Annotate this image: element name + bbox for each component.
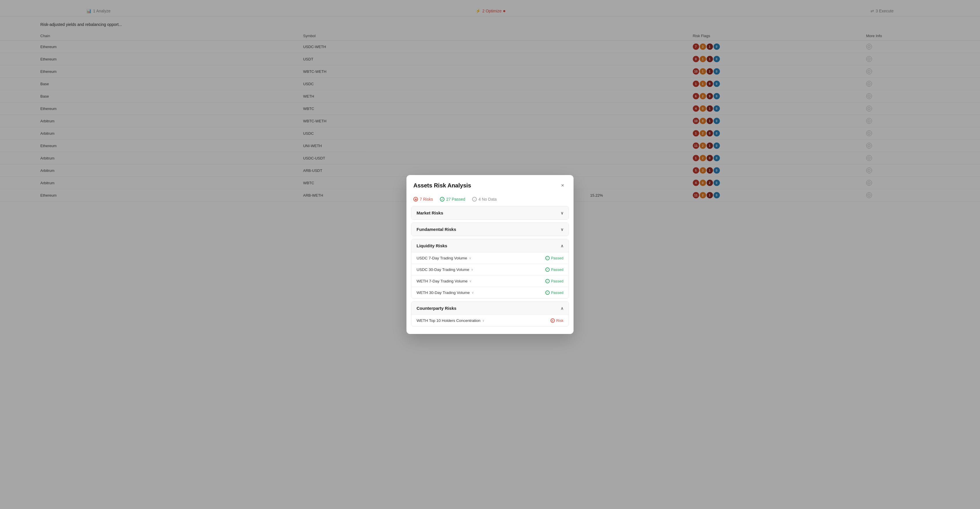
risks-summary: ⊗ 7 Risks xyxy=(414,197,433,201)
modal-close-button[interactable]: × xyxy=(558,181,566,189)
item-text: WETH Top 10 Holders Concentration xyxy=(417,319,480,323)
item-text: WETH 30-Day Trading Volume xyxy=(417,290,470,295)
item-status: ✓ Passed xyxy=(545,256,563,260)
modal-overlay: Assets Risk Analysis × ⊗ 7 Risks ✓ 27 Pa… xyxy=(0,0,980,509)
item-expand-icon[interactable]: ∨ xyxy=(471,268,473,271)
nodata-summary: ○ 4 No Data xyxy=(472,197,496,201)
section-label: Liquidity Risks xyxy=(417,243,447,248)
section-header-market[interactable]: Market Risks ∨ xyxy=(411,206,569,219)
status-label: Passed xyxy=(551,268,563,272)
status-label: Risk xyxy=(556,319,563,323)
nodata-icon: ○ xyxy=(472,197,477,201)
item-expand-icon[interactable]: ∨ xyxy=(469,279,472,283)
section-market: Market Risks ∨ xyxy=(411,206,569,220)
status-icon: ⊗ xyxy=(550,319,555,323)
chevron-icon: ∨ xyxy=(561,227,563,232)
item-label: USDC 7-Day Trading Volume ∨ xyxy=(417,256,471,260)
nodata-label: 4 No Data xyxy=(479,197,496,201)
chevron-icon: ∧ xyxy=(561,306,563,311)
modal-summary: ⊗ 7 Risks ✓ 27 Passed ○ 4 No Data xyxy=(406,194,574,206)
risks-label: 7 Risks xyxy=(420,197,433,201)
status-icon: ✓ xyxy=(545,268,550,272)
section-items: USDC 7-Day Trading Volume ∨ ✓ Passed USD… xyxy=(411,252,569,298)
section-header-fundamental[interactable]: Fundamental Risks ∨ xyxy=(411,223,569,236)
item-text: USDC 30-Day Trading Volume xyxy=(417,268,469,272)
section-label: Fundamental Risks xyxy=(417,227,456,232)
item-text: USDC 7-Day Trading Volume xyxy=(417,256,467,260)
item-label: WETH Top 10 Holders Concentration ∨ xyxy=(417,319,485,323)
status-label: Passed xyxy=(551,279,563,283)
section-fundamental: Fundamental Risks ∨ xyxy=(411,222,569,236)
passed-summary: ✓ 27 Passed xyxy=(440,197,465,201)
risk-analysis-modal: Assets Risk Analysis × ⊗ 7 Risks ✓ 27 Pa… xyxy=(406,175,574,334)
section-item: USDC 30-Day Trading Volume ∨ ✓ Passed xyxy=(411,264,569,275)
section-liquidity: Liquidity Risks ∧ USDC 7-Day Trading Vol… xyxy=(411,239,569,298)
section-item: WETH Top 10 Holders Concentration ∨ ⊗ Ri… xyxy=(411,315,569,326)
item-status: ✓ Passed xyxy=(545,279,563,283)
item-expand-icon[interactable]: ∨ xyxy=(472,291,474,295)
section-counterparty: Counterparty Risks ∧ WETH Top 10 Holders… xyxy=(411,301,569,327)
item-label: USDC 30-Day Trading Volume ∨ xyxy=(417,268,473,272)
item-status: ✓ Passed xyxy=(545,290,563,295)
section-items: WETH Top 10 Holders Concentration ∨ ⊗ Ri… xyxy=(411,315,569,326)
passed-label: 27 Passed xyxy=(446,197,465,201)
modal-title: Assets Risk Analysis xyxy=(414,182,471,189)
section-header-counterparty[interactable]: Counterparty Risks ∧ xyxy=(411,302,569,315)
section-label: Counterparty Risks xyxy=(417,306,456,311)
status-icon: ✓ xyxy=(545,256,550,260)
item-status: ⊗ Risk xyxy=(550,319,563,323)
chevron-icon: ∨ xyxy=(561,211,563,215)
section-header-liquidity[interactable]: Liquidity Risks ∧ xyxy=(411,239,569,252)
section-item: USDC 7-Day Trading Volume ∨ ✓ Passed xyxy=(411,252,569,264)
item-text: WETH 7-Day Trading Volume xyxy=(417,279,468,283)
chevron-icon: ∧ xyxy=(561,244,563,248)
pass-icon: ✓ xyxy=(440,197,444,201)
item-label: WETH 30-Day Trading Volume ∨ xyxy=(417,290,474,295)
risk-icon: ⊗ xyxy=(414,197,418,201)
status-icon: ✓ xyxy=(545,290,550,295)
status-icon: ✓ xyxy=(545,279,550,283)
section-item: WETH 30-Day Trading Volume ∨ ✓ Passed xyxy=(411,287,569,298)
item-status: ✓ Passed xyxy=(545,268,563,272)
status-label: Passed xyxy=(551,256,563,260)
item-label: WETH 7-Day Trading Volume ∨ xyxy=(417,279,472,283)
status-label: Passed xyxy=(551,290,563,295)
section-item: WETH 7-Day Trading Volume ∨ ✓ Passed xyxy=(411,275,569,287)
item-expand-icon[interactable]: ∨ xyxy=(469,256,471,260)
modal-header: Assets Risk Analysis × xyxy=(406,175,574,194)
modal-body: Market Risks ∨ Fundamental Risks ∨ Liqui… xyxy=(406,206,574,334)
item-expand-icon[interactable]: ∨ xyxy=(482,319,485,322)
section-label: Market Risks xyxy=(417,211,443,215)
